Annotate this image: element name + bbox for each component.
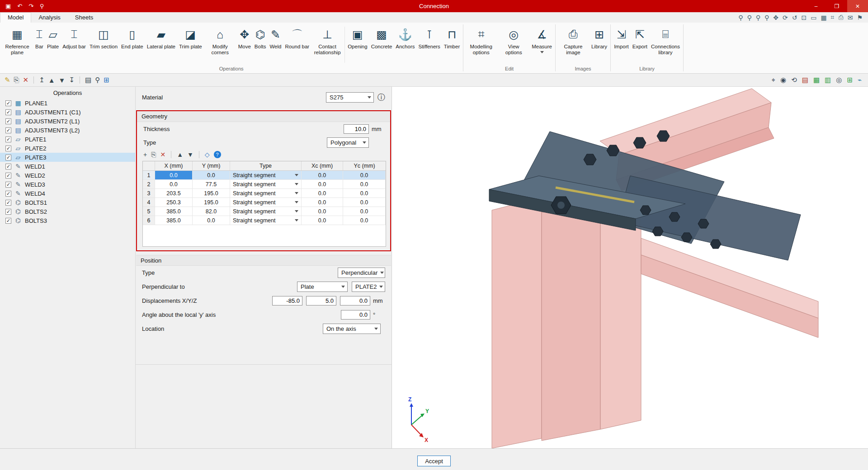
ribbon-item-timber[interactable]: ⊓Timber xyxy=(442,24,462,51)
ribbon-item-trim-section[interactable]: ◫Trim section xyxy=(88,24,119,51)
target-kind-select[interactable]: Plate xyxy=(297,282,348,292)
tree-item-weld3[interactable]: ✓✎WELD3 xyxy=(0,180,135,189)
angle-input[interactable] xyxy=(341,310,370,320)
cell-x[interactable]: 203.5 xyxy=(155,189,193,197)
report-icon[interactable]: ▦ xyxy=(821,14,826,21)
ribbon-item-round-bar[interactable]: ⌒Round bar xyxy=(283,24,311,51)
ribbon-item-end-plate[interactable]: ▯End plate xyxy=(119,24,145,51)
ribbon-item-weld[interactable]: ✎Weld xyxy=(268,24,283,51)
ribbon-item-anchors[interactable]: ⚓Anchors xyxy=(394,24,416,51)
cell-xc[interactable]: 0.0 xyxy=(302,180,343,188)
accept-button[interactable]: Accept xyxy=(417,456,451,466)
target-plate-select[interactable]: PLATE2 xyxy=(352,282,385,292)
beam-member[interactable] xyxy=(641,238,818,338)
table-row[interactable]: 3 203.5 195.0 Straight segment 0.0 0.0 xyxy=(143,189,386,198)
checkbox[interactable]: ✓ xyxy=(5,109,11,115)
report-icon[interactable]: ▤ xyxy=(802,76,808,84)
grid-icon[interactable]: ⌗ xyxy=(831,14,835,21)
checkbox[interactable]: ✓ xyxy=(5,118,11,124)
close-button[interactable]: ✕ xyxy=(847,0,868,12)
cell-x[interactable]: 385.0 xyxy=(155,216,193,225)
tree-item-bolts1[interactable]: ✓⌬BOLTS1 xyxy=(0,198,135,207)
cell-x[interactable]: 0.0 xyxy=(155,180,193,188)
cell-y[interactable]: 0.0 xyxy=(193,216,230,225)
cell-type-select[interactable]: Straight segment xyxy=(230,216,302,225)
checkbox[interactable]: ✓ xyxy=(5,218,11,224)
maximize-button[interactable]: ❐ xyxy=(826,0,847,12)
displacement-y-input[interactable] xyxy=(306,296,336,306)
zoom-out-icon[interactable]: ⚲ xyxy=(747,14,751,21)
table-row[interactable]: 2 0.0 77.5 Straight segment 0.0 0.0 xyxy=(143,180,386,189)
tree-item-plate2[interactable]: ✓▱PLATE2 xyxy=(0,144,135,153)
cell-type-select[interactable]: Straight segment xyxy=(230,207,302,216)
copy-icon[interactable]: ⎘ xyxy=(14,76,19,84)
ribbon-item-modelling-options[interactable]: ⌗Modelling options xyxy=(465,24,497,56)
tree-item-weld4[interactable]: ✓✎WELD4 xyxy=(0,189,135,198)
connector-icon[interactable]: ⌁ xyxy=(858,76,862,84)
displacement-z-input[interactable] xyxy=(340,296,370,306)
tree-item-plane1[interactable]: ✓▦PLANE1 xyxy=(0,99,135,108)
move-down-icon[interactable]: ▼ xyxy=(59,76,66,84)
cell-x[interactable]: 385.0 xyxy=(155,207,193,216)
cell-type-select[interactable]: Straight segment xyxy=(230,189,302,197)
cell-xc[interactable]: 0.0 xyxy=(302,207,343,216)
checkbox[interactable]: ✓ xyxy=(5,146,11,151)
cell-y[interactable]: 0.0 xyxy=(193,171,230,179)
checkbox[interactable]: ✓ xyxy=(5,200,11,206)
info-icon[interactable]: ⓘ xyxy=(377,92,385,103)
ribbon-item-import[interactable]: ⇲Import xyxy=(612,24,631,51)
checkbox[interactable]: ✓ xyxy=(5,136,11,142)
ribbon-item-concrete[interactable]: ▩Concrete xyxy=(369,24,394,51)
tree-view-icon[interactable]: ▤ xyxy=(85,76,91,84)
table-row[interactable]: 5 385.0 82.0 Straight segment 0.0 0.0 xyxy=(143,207,386,216)
cell-xc[interactable]: 0.0 xyxy=(302,216,343,225)
thickness-input[interactable] xyxy=(344,124,369,134)
search-icon[interactable]: ⚲ xyxy=(95,76,100,84)
layers-icon[interactable]: ⊞ xyxy=(847,76,853,84)
tree-item-bolts3[interactable]: ✓⌬BOLTS3 xyxy=(0,216,135,225)
tree-item-weld1[interactable]: ✓✎WELD1 xyxy=(0,162,135,171)
grid-view-icon[interactable]: ⊞ xyxy=(104,76,109,84)
zoom-in-icon[interactable]: ⚲ xyxy=(738,14,743,21)
ribbon-item-reference-plane[interactable]: ▦Reference plane xyxy=(1,24,33,56)
minimize-button[interactable]: – xyxy=(806,0,826,12)
checkbox[interactable]: ✓ xyxy=(5,100,11,106)
cell-y[interactable]: 195.0 xyxy=(193,198,230,207)
pin-icon[interactable]: ⚑ xyxy=(857,14,863,21)
measure-dropdown-icon[interactable] xyxy=(540,51,544,53)
print-icon[interactable]: ⎙ xyxy=(839,14,844,21)
move-point-up-icon[interactable]: ▲ xyxy=(177,151,183,158)
column-member[interactable] xyxy=(492,197,641,448)
polygon-icon[interactable]: ◇ xyxy=(205,151,210,158)
ribbon-item-move[interactable]: ✥Move xyxy=(236,24,253,51)
tree-item-weld2[interactable]: ✓✎WELD2 xyxy=(0,171,135,180)
previous-view-icon[interactable]: ↺ xyxy=(792,14,797,21)
cell-type-select[interactable]: Straight segment xyxy=(230,198,302,207)
message-icon[interactable]: ✉ xyxy=(848,14,853,21)
tree-item-adjustment1[interactable]: ✓▤ADJUSTMENT1 (C1) xyxy=(0,108,135,117)
cell-yc[interactable]: 0.0 xyxy=(343,207,386,216)
ribbon-item-capture-image[interactable]: ⎙Capture image xyxy=(557,24,590,56)
help-icon[interactable]: ? xyxy=(214,151,221,158)
zoom-extents-icon[interactable]: ⚲ xyxy=(764,14,769,21)
cell-yc[interactable]: 0.0 xyxy=(343,171,386,179)
location-select[interactable]: On the axis xyxy=(323,324,381,334)
ribbon-item-view-options[interactable]: ◎View options xyxy=(497,24,530,56)
cell-xc[interactable]: 0.0 xyxy=(302,189,343,197)
ribbon-item-stiffeners[interactable]: ⊺Stiffeners xyxy=(416,24,442,51)
edit-icon[interactable]: ✎ xyxy=(5,76,10,84)
geometry-type-select[interactable]: Polygonal xyxy=(327,137,369,148)
monitor-icon[interactable]: ▭ xyxy=(811,14,816,21)
cell-type-select[interactable]: Straight segment xyxy=(230,180,302,188)
move-top-icon[interactable]: ↥ xyxy=(39,76,45,84)
ribbon-item-library[interactable]: ⊞Library xyxy=(590,24,609,51)
checkbox[interactable]: ✓ xyxy=(5,127,11,133)
ribbon-item-measure[interactable]: ∡Measure xyxy=(530,24,554,54)
table-row[interactable]: 6 385.0 0.0 Straight segment 0.0 0.0 xyxy=(143,216,386,225)
zoom-window-icon[interactable]: ⚲ xyxy=(756,14,760,21)
move-bottom-icon[interactable]: ↧ xyxy=(69,76,75,84)
visibility-icon[interactable]: ◎ xyxy=(836,76,842,84)
delete-icon[interactable]: ✕ xyxy=(23,76,29,84)
pan-icon[interactable]: ✥ xyxy=(773,14,778,21)
ribbon-item-modify-corners[interactable]: ⌂Modify corners xyxy=(204,24,236,56)
